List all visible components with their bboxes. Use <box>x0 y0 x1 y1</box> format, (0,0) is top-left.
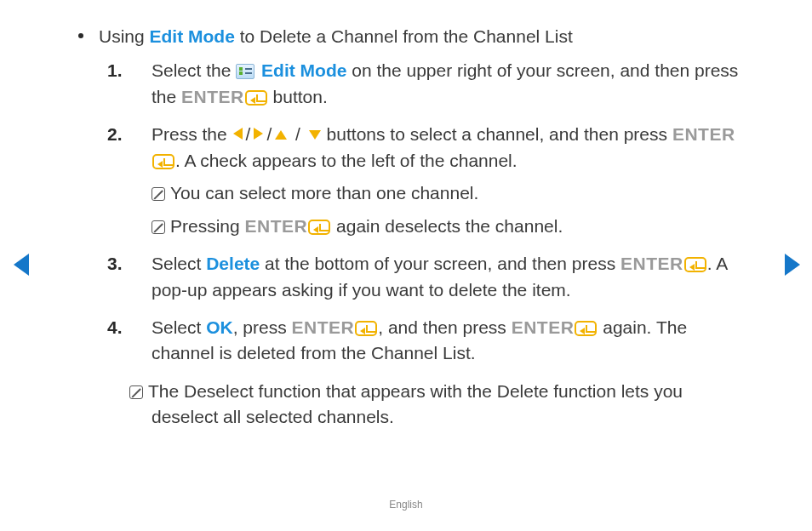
outer-note-text: The Deselect function that appears with … <box>148 381 683 426</box>
step-number: 4. <box>129 315 152 340</box>
step-text: Select <box>152 254 206 273</box>
steps-list: 1.Select the Edit Mode on the upper righ… <box>129 58 752 366</box>
slash: / <box>246 124 251 144</box>
heading-text: Using Edit Mode to Delete a Channel from… <box>99 24 573 49</box>
step-text: Select the <box>152 60 236 80</box>
delete-link: Delete <box>206 254 260 273</box>
edit-mode-icon <box>236 64 254 79</box>
arrow-right-icon <box>254 128 263 140</box>
enter-label: ENTER <box>672 124 735 144</box>
step-text: buttons to select a channel, and then pr… <box>322 124 672 144</box>
enter-icon <box>245 90 267 106</box>
step-1: 1.Select the Edit Mode on the upper righ… <box>129 58 752 110</box>
heading-row: Using Edit Mode to Delete a Channel from… <box>78 24 752 49</box>
enter-label: ENTER <box>181 87 244 106</box>
note-text: Pressing <box>170 216 245 236</box>
enter-label: ENTER <box>620 254 683 273</box>
heading-link: Edit Mode <box>150 26 235 46</box>
note-icon <box>129 385 143 399</box>
enter-icon <box>684 257 706 272</box>
step-text: button. <box>268 87 328 106</box>
step-text: , and then press <box>378 317 511 337</box>
step-2: 2.Press the // / buttons to select a cha… <box>129 122 752 239</box>
step-text: . A check appears to the left of the cha… <box>175 151 518 170</box>
note-text: again deselects the channel. <box>331 216 563 236</box>
step-3: 3.Select Delete at the bottom of your sc… <box>129 251 752 303</box>
slash: / <box>295 124 300 144</box>
next-page-button[interactable] <box>785 254 800 276</box>
arrow-down-icon <box>309 130 321 140</box>
footer-language: English <box>0 498 812 512</box>
arrow-up-icon <box>275 130 287 140</box>
document-body: Using Edit Mode to Delete a Channel from… <box>0 0 812 431</box>
ok-link: OK <box>206 317 233 337</box>
outer-note-row: The Deselect function that appears with … <box>129 379 752 431</box>
enter-icon <box>152 154 174 169</box>
enter-icon <box>355 321 377 336</box>
note-icon <box>152 187 165 201</box>
enter-label: ENTER <box>245 216 308 236</box>
enter-label: ENTER <box>292 317 355 337</box>
note-icon <box>152 220 165 234</box>
step-number: 2. <box>129 122 152 147</box>
note-row: Pressing ENTER again deselects the chann… <box>152 214 752 239</box>
enter-icon <box>575 321 597 336</box>
step-number: 3. <box>129 251 152 277</box>
step-text: Press the <box>152 124 232 144</box>
prev-page-button[interactable] <box>14 254 29 276</box>
arrow-left-icon <box>233 128 243 140</box>
note-text: You can select more than one channel. <box>170 183 478 203</box>
step-text: Select <box>152 317 206 337</box>
enter-icon <box>308 220 330 235</box>
step-text: , press <box>233 317 292 337</box>
slash: / <box>266 124 272 144</box>
step-text: at the bottom of your screen, and then p… <box>260 254 620 273</box>
step-number: 1. <box>129 58 152 83</box>
heading-prefix: Using <box>99 26 150 46</box>
note-row: You can select more than one channel. <box>152 180 752 206</box>
enter-label: ENTER <box>512 317 575 337</box>
step-4: 4.Select OK, press ENTER, and then press… <box>129 315 752 367</box>
bullet-icon <box>78 33 83 38</box>
heading-suffix: to Delete a Channel from the Channel Lis… <box>235 26 573 46</box>
edit-mode-link: Edit Mode <box>261 60 346 80</box>
